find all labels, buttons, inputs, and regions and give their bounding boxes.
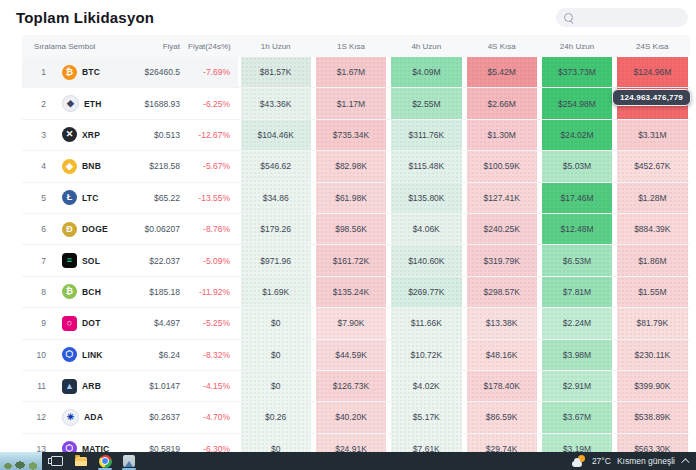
- symbol-cell: Ł LTC: [48, 183, 114, 213]
- liq-24h-long-cell: $3.67M: [542, 402, 612, 432]
- liq-24h-short-cell: $1.55M: [617, 277, 687, 307]
- rank-cell: 5: [22, 183, 48, 213]
- table-row[interactable]: 2 ◆ ETH $1688.93 -6.25% $43.36K $1.17M $…: [22, 88, 690, 119]
- liq-24h-long-cell: $6.53M: [542, 245, 612, 275]
- price-24h-pct-cell: -8.76%: [188, 214, 238, 244]
- table-row[interactable]: 3 ✕ XRP $0.513 -12.67% $104.46K $735.34K…: [22, 120, 690, 151]
- table-row[interactable]: 10 ⬡ LINK $6.24 -8.32% $0 $44.59K $10.72…: [22, 340, 690, 371]
- search-input[interactable]: [578, 13, 680, 23]
- symbol-label: ADA: [84, 412, 103, 422]
- liq-24h-long-cell: $2.91M: [542, 371, 612, 401]
- price-cell: $0.2637: [114, 402, 188, 432]
- table-row[interactable]: 8 ₿ BCH $185.18 -11.92% $1.69K $135.24K …: [22, 277, 690, 308]
- liq-24h-short-cell: $1.28M: [617, 183, 687, 213]
- liq-1h-long-cell: $0.26: [241, 402, 311, 432]
- liq-4h-long-cell: $5.17K: [391, 402, 461, 432]
- liq-4h-long-cell: $4.09M: [391, 57, 461, 87]
- table-row[interactable]: 11 ▲ ARB $1.0147 -4.15% $0 $126.73K $4.0…: [22, 371, 690, 402]
- chrome-icon: [99, 455, 112, 468]
- coin-icon: ≡: [62, 253, 77, 268]
- header-price-24h-pct[interactable]: Fiyat(24s%): [188, 42, 238, 51]
- search-box[interactable]: [556, 8, 688, 27]
- coin-icon: ✕: [62, 127, 77, 142]
- rank-cell: 10: [22, 340, 48, 370]
- header-4h-long[interactable]: 4h Uzun: [389, 42, 464, 51]
- liq-24h-long-cell: $3.19M: [542, 434, 612, 452]
- symbol-label: LINK: [82, 350, 103, 360]
- price-24h-pct-cell: -7.69%: [188, 57, 238, 87]
- liq-24h-long-cell: $7.81M: [542, 277, 612, 307]
- table-row[interactable]: 9 ○ DOT $4.497 -5.25% $0 $7.90K $11.66K …: [22, 308, 690, 339]
- table-row[interactable]: 4 ◆ BNB $218.58 -5.67% $546.62 $82.98K $…: [22, 151, 690, 182]
- symbol-cell: ₿ BCH: [48, 277, 114, 307]
- table-row[interactable]: 7 ≡ SOL $22.037 -5.09% $971.96 $161.72K …: [22, 245, 690, 276]
- liq-4h-long-cell: $11.66K: [391, 308, 461, 338]
- desktop-wallpaper[interactable]: [0, 452, 42, 470]
- liq-4h-long-cell: $311.76K: [391, 120, 461, 150]
- liq-1h-long-cell: $104.46K: [241, 120, 311, 150]
- liq-1h-short-cell: $98.56K: [316, 214, 386, 244]
- table-row[interactable]: 5 Ł LTC $65.22 -13.55% $34.86 $61.98K $1…: [22, 183, 690, 214]
- header-4h-short[interactable]: 4S Kısa: [464, 42, 539, 51]
- liq-4h-short-cell: $240.25K: [467, 214, 537, 244]
- liq-1h-long-cell: $0: [241, 308, 311, 338]
- price-24h-pct-cell: -6.30%: [188, 434, 238, 452]
- liq-4h-long-cell: $140.60K: [391, 245, 461, 275]
- liq-24h-short-cell: $81.79K: [617, 308, 687, 338]
- liq-1h-long-cell: $546.62: [241, 151, 311, 181]
- header-price[interactable]: Fiyat: [114, 42, 188, 51]
- liq-4h-long-cell: $269.77K: [391, 277, 461, 307]
- header-24h-long[interactable]: 24h Uzun: [539, 42, 614, 51]
- liq-1h-long-cell: $34.86: [241, 183, 311, 213]
- weather-condition[interactable]: Kısmen güneşli: [617, 456, 675, 466]
- liq-24h-long-cell: $2.24M: [542, 308, 612, 338]
- table-row[interactable]: 6 Đ DOGE $0.06207 -8.76% $179.26 $98.56K…: [22, 214, 690, 245]
- table-row[interactable]: 13 ⬡ MATIC $0.5819 -6.30% $0 $24.91K $7.…: [22, 434, 690, 452]
- liq-4h-short-cell: $5.42M: [467, 57, 537, 87]
- file-explorer-button[interactable]: [73, 452, 89, 470]
- liq-4h-short-cell: $1.30M: [467, 120, 537, 150]
- rank-cell: 8: [22, 277, 48, 307]
- price-cell: $22.037: [114, 245, 188, 275]
- symbol-label: LTC: [82, 193, 99, 203]
- header-24h-short[interactable]: 24S Kısa: [615, 42, 690, 51]
- liq-1h-short-cell: $735.34K: [316, 120, 386, 150]
- liq-4h-short-cell: $178.40K: [467, 371, 537, 401]
- liq-24h-long-cell: $254.98M: [542, 88, 612, 118]
- price-cell: $218.58: [114, 151, 188, 181]
- chrome-button[interactable]: [97, 452, 113, 470]
- liq-1h-short-cell: $40.20K: [316, 402, 386, 432]
- price-24h-pct-cell: -6.25%: [188, 88, 238, 118]
- liq-4h-long-cell: $115.48K: [391, 151, 461, 181]
- table-row[interactable]: 12 ✳ ADA $0.2637 -4.70% $0.26 $40.20K $5…: [22, 402, 690, 433]
- liq-1h-long-cell: $1.69K: [241, 277, 311, 307]
- liq-24h-short-cell: $230.11K: [617, 340, 687, 370]
- liq-1h-long-cell: $0: [241, 340, 311, 370]
- coin-icon: Ł: [62, 190, 77, 205]
- liq-1h-short-cell: $44.59K: [316, 340, 386, 370]
- header-rank-symbol[interactable]: Sıralama Sembol: [22, 42, 114, 51]
- liq-24h-short-cell: $884.39K: [617, 214, 687, 244]
- symbol-cell: ✳ ADA: [48, 402, 114, 432]
- weather-icon[interactable]: [572, 455, 586, 467]
- liq-4h-long-cell: $4.06K: [391, 214, 461, 244]
- coin-icon: ○: [62, 316, 77, 331]
- table-row[interactable]: 1 ₿ BTC $26460.5 -7.69% $81.57K $1.67M $…: [22, 57, 690, 88]
- price-cell: $0.06207: [114, 214, 188, 244]
- liq-1h-long-cell: $179.26: [241, 214, 311, 244]
- symbol-cell: Đ DOGE: [48, 214, 114, 244]
- price-24h-pct-cell: -5.67%: [188, 151, 238, 181]
- weather-temp[interactable]: 27°C: [592, 456, 611, 466]
- photos-button[interactable]: [121, 452, 137, 470]
- liq-24h-long-cell: $5.03M: [542, 151, 612, 181]
- header-1h-short[interactable]: 1S Kısa: [313, 42, 388, 51]
- rank-cell: 3: [22, 120, 48, 150]
- header-1h-long[interactable]: 1h Uzun: [238, 42, 313, 51]
- liq-1h-short-cell: $7.90K: [316, 308, 386, 338]
- symbol-cell: ≡ SOL: [48, 245, 114, 275]
- liq-24h-short-cell: $124.96M: [617, 57, 687, 87]
- task-view-button[interactable]: [49, 452, 65, 470]
- liq-1h-short-cell: $1.17M: [316, 88, 386, 118]
- coin-icon: ⬡: [62, 441, 77, 452]
- tray-chevron-up-icon[interactable]: [681, 458, 689, 466]
